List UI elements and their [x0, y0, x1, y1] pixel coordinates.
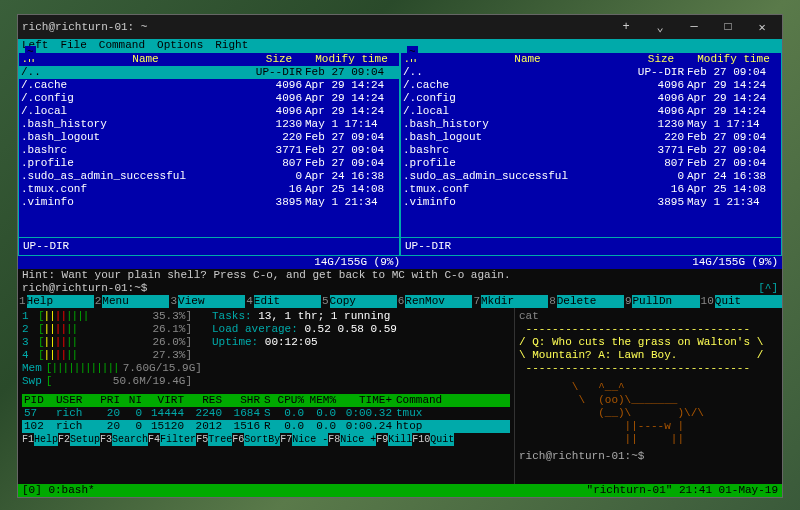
- menu-file[interactable]: File: [60, 39, 86, 52]
- fnkey-pulldn[interactable]: PullDn: [632, 295, 699, 308]
- new-tab-button[interactable]: +: [610, 17, 642, 37]
- cowsay-pane[interactable]: cat ---------------------------------- /…: [514, 308, 782, 484]
- menu-right[interactable]: Right: [215, 39, 248, 52]
- fnkey-help[interactable]: Help: [27, 295, 94, 308]
- fnkey-delete[interactable]: Delete: [557, 295, 624, 308]
- tasks-label: Tasks:: [212, 310, 258, 322]
- hint-line: Hint: Want your plain shell? Press C-o, …: [18, 269, 782, 282]
- terminal-window: rich@richturn-01: ~ + ⌄ — □ ✕ Left File …: [17, 14, 783, 498]
- panel-status-right: UP--DIR: [401, 237, 781, 255]
- file-row[interactable]: /.config4096Apr 29 14:24: [19, 92, 399, 105]
- cow-prompt[interactable]: rich@richturn-01:~$: [519, 450, 778, 463]
- process-row[interactable]: 57rich 200 144442240 1684S 0.00.0 0:00.3…: [22, 407, 510, 420]
- col-time: Modify time: [686, 53, 781, 66]
- col-size: Size: [636, 53, 686, 66]
- htop-fn-quit[interactable]: Quit: [430, 433, 454, 446]
- fnkey-view[interactable]: View: [178, 295, 245, 308]
- file-row[interactable]: .bash_logout220Feb 27 09:04: [401, 131, 781, 144]
- disk-usage-left: 14G/155G (9%): [22, 256, 400, 269]
- cat-cmd: cat: [519, 310, 778, 323]
- file-row[interactable]: .sudo_as_admin_successful0Apr 24 16:38: [19, 170, 399, 183]
- mc-panels: ~ .n Name Size Modify time /..UP--DIRFeb…: [18, 52, 782, 256]
- menu-command[interactable]: Command: [99, 39, 145, 52]
- right-panel[interactable]: ~ .n Name Size Modify time /..UP--DIRFeb…: [400, 52, 782, 256]
- htop-fn-search[interactable]: Search: [112, 433, 148, 446]
- minimize-button[interactable]: —: [678, 17, 710, 37]
- htop-fn-nice +[interactable]: Nice +: [340, 433, 376, 446]
- file-row[interactable]: .bashrc3771Feb 27 09:04: [401, 144, 781, 157]
- caret-indicator: [^]: [758, 282, 778, 295]
- panel-tab: ~: [407, 46, 418, 59]
- titlebar: rich@richturn-01: ~ + ⌄ — □ ✕: [18, 15, 782, 39]
- file-row[interactable]: /.local4096Apr 29 14:24: [401, 105, 781, 118]
- uptime-label: Uptime:: [212, 336, 265, 348]
- mc-menubar: Left File Command Options Right: [18, 39, 782, 52]
- col-size: Size: [254, 53, 304, 66]
- htop-fnkeys: F1HelpF2SetupF3SearchF4FilterF5TreeF6Sor…: [22, 433, 510, 446]
- htop-fn-kill[interactable]: Kill: [388, 433, 412, 446]
- col-name: Name: [419, 53, 636, 66]
- file-row[interactable]: .tmux.conf16Apr 25 14:08: [19, 183, 399, 196]
- close-button[interactable]: ✕: [746, 17, 778, 37]
- col-name: Name: [37, 53, 254, 66]
- mc-prompt[interactable]: rich@richturn-01:~$: [22, 282, 147, 295]
- file-row[interactable]: .profile807Feb 27 09:04: [401, 157, 781, 170]
- tmux-session[interactable]: [0] 0:bash*: [22, 484, 95, 497]
- fnkey-menu[interactable]: Menu: [102, 295, 169, 308]
- dropdown-button[interactable]: ⌄: [644, 17, 676, 37]
- tmux-statusbar: [0] 0:bash* "richturn-01" 21:41 01-May-1…: [18, 484, 782, 497]
- file-row[interactable]: /.config4096Apr 29 14:24: [401, 92, 781, 105]
- htop-fn-setup[interactable]: Setup: [70, 433, 100, 446]
- window-title: rich@richturn-01: ~: [22, 21, 147, 33]
- maximize-button[interactable]: □: [712, 17, 744, 37]
- cowsay-a: \ Mountain? A: Lawn Boy. /: [519, 349, 778, 362]
- fnkey-edit[interactable]: Edit: [254, 295, 321, 308]
- htop-fn-sortby[interactable]: SortBy: [244, 433, 280, 446]
- htop-fn-help[interactable]: Help: [34, 433, 58, 446]
- file-row[interactable]: .viminfo3895May 1 21:34: [401, 196, 781, 209]
- file-row[interactable]: .bash_history1230May 1 17:14: [19, 118, 399, 131]
- htop-fn-tree[interactable]: Tree: [208, 433, 232, 446]
- disk-usage-right: 14G/155G (9%): [400, 256, 778, 269]
- file-row[interactable]: .profile807Feb 27 09:04: [19, 157, 399, 170]
- panel-tab: ~: [25, 46, 36, 59]
- menu-options[interactable]: Options: [157, 39, 203, 52]
- cowsay-q: / Q: Who cuts the grass on Walton's \: [519, 336, 778, 349]
- panel-status-left: UP--DIR: [19, 237, 399, 255]
- file-row[interactable]: /.cache4096Apr 29 14:24: [401, 79, 781, 92]
- htop-pane[interactable]: 1[|||||||| 35.3%]2[|||||| 26.1%]3[||||||…: [18, 308, 514, 484]
- col-time: Modify time: [304, 53, 399, 66]
- fnkey-copy[interactable]: Copy: [330, 295, 397, 308]
- proc-header: PIDUSER PRINI VIRTRES SHRS CPU%MEM% TIME…: [22, 394, 510, 407]
- file-row[interactable]: .viminfo3895May 1 21:34: [19, 196, 399, 209]
- htop-fn-nice -[interactable]: Nice -: [292, 433, 328, 446]
- load-label: Load average:: [212, 323, 304, 335]
- process-row[interactable]: 102rich 200 151202012 1516R 0.00.0 0:00.…: [22, 420, 510, 433]
- left-panel[interactable]: ~ .n Name Size Modify time /..UP--DIRFeb…: [18, 52, 400, 256]
- cow-art: \ ^__^ \ (oo)\_______ (__)\ )\/\ ||----w…: [519, 381, 778, 446]
- file-row[interactable]: .bashrc3771Feb 27 09:04: [19, 144, 399, 157]
- htop-fn-filter[interactable]: Filter: [160, 433, 196, 446]
- file-row[interactable]: .bash_history1230May 1 17:14: [401, 118, 781, 131]
- fnkey-renmov[interactable]: RenMov: [405, 295, 472, 308]
- file-row[interactable]: /..UP--DIRFeb 27 09:04: [19, 66, 399, 79]
- fnkey-mkdir[interactable]: Mkdir: [481, 295, 548, 308]
- file-row[interactable]: .bash_logout220Feb 27 09:04: [19, 131, 399, 144]
- file-row[interactable]: .sudo_as_admin_successful0Apr 24 16:38: [401, 170, 781, 183]
- fnkey-quit[interactable]: Quit: [715, 295, 782, 308]
- tmux-clock: "richturn-01" 21:41 01-May-19: [587, 484, 778, 497]
- file-row[interactable]: /.local4096Apr 29 14:24: [19, 105, 399, 118]
- file-row[interactable]: /..UP--DIRFeb 27 09:04: [401, 66, 781, 79]
- file-row[interactable]: /.cache4096Apr 29 14:24: [19, 79, 399, 92]
- file-row[interactable]: .tmux.conf16Apr 25 14:08: [401, 183, 781, 196]
- mc-fnkeys: 1Help2Menu3View4Edit5Copy6RenMov7Mkdir8D…: [18, 295, 782, 308]
